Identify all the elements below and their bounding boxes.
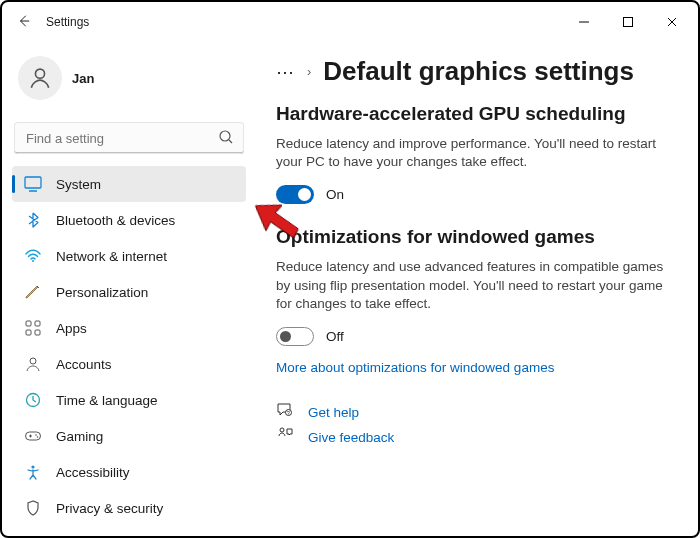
sidebar-item-privacy[interactable]: Privacy & security — [12, 490, 246, 526]
feedback-icon — [276, 426, 294, 445]
breadcrumb: ⋯ › Default graphics settings — [276, 56, 678, 87]
chevron-right-icon: › — [307, 64, 311, 79]
svg-point-17 — [280, 428, 284, 432]
sidebar-item-label: Accessibility — [56, 465, 130, 480]
help-icon: ? — [276, 401, 294, 420]
feedback-link: Give feedback — [308, 430, 394, 445]
minimize-button[interactable] — [562, 6, 606, 38]
personalization-icon — [24, 283, 42, 301]
sidebar-item-label: System — [56, 177, 101, 192]
sidebar-item-label: Personalization — [56, 285, 148, 300]
more-about-link[interactable]: More about optimizations for windowed ga… — [276, 360, 554, 375]
toggle-state-label: On — [326, 187, 344, 202]
svg-rect-3 — [25, 177, 41, 188]
svg-point-9 — [30, 358, 36, 364]
sidebar-item-personalization[interactable]: Personalization — [12, 274, 246, 310]
sidebar-item-accessibility[interactable]: Accessibility — [12, 454, 246, 490]
sidebar-item-label: Network & internet — [56, 249, 167, 264]
svg-text:?: ? — [287, 410, 290, 416]
close-button[interactable] — [650, 6, 694, 38]
maximize-button[interactable] — [606, 6, 650, 38]
section-description: Reduce latency and use advanced features… — [276, 258, 676, 313]
sidebar-item-gaming[interactable]: Gaming — [12, 418, 246, 454]
svg-point-12 — [35, 434, 37, 436]
sidebar-item-label: Gaming — [56, 429, 103, 444]
nav-list: System Bluetooth & devices Network & int… — [12, 166, 246, 536]
main-content: ⋯ › Default graphics settings Hardware-a… — [252, 42, 698, 536]
privacy-icon — [24, 499, 42, 517]
page-title: Default graphics settings — [323, 56, 634, 87]
svg-rect-8 — [35, 330, 40, 335]
back-button[interactable] — [6, 14, 42, 31]
window-title: Settings — [46, 15, 89, 29]
get-help-row[interactable]: ? Get help — [276, 401, 678, 420]
apps-icon — [24, 319, 42, 337]
bluetooth-icon — [24, 211, 42, 229]
sidebar-item-network[interactable]: Network & internet — [12, 238, 246, 274]
network-icon — [24, 247, 42, 265]
section-windowed-games: Optimizations for windowed games Reduce … — [276, 226, 678, 375]
get-help-link: Get help — [308, 405, 359, 420]
update-icon — [24, 535, 42, 536]
section-heading: Hardware-accelerated GPU scheduling — [276, 103, 678, 125]
sidebar: Jan System Bluetooth & devices Network &… — [2, 42, 252, 536]
toggle-state-label: Off — [326, 329, 344, 344]
svg-rect-7 — [26, 330, 31, 335]
sidebar-item-time[interactable]: Time & language — [12, 382, 246, 418]
sidebar-item-label: Accounts — [56, 357, 112, 372]
feedback-row[interactable]: Give feedback — [276, 426, 678, 445]
sidebar-item-bluetooth[interactable]: Bluetooth & devices — [12, 202, 246, 238]
user-name: Jan — [72, 71, 94, 86]
user-block[interactable]: Jan — [12, 42, 246, 118]
svg-point-4 — [32, 260, 34, 262]
search-icon — [218, 129, 234, 148]
svg-rect-6 — [35, 321, 40, 326]
section-gpu-scheduling: Hardware-accelerated GPU scheduling Redu… — [276, 103, 678, 204]
section-heading: Optimizations for windowed games — [276, 226, 678, 248]
svg-point-13 — [37, 436, 39, 438]
avatar — [18, 56, 62, 100]
svg-rect-0 — [624, 18, 633, 27]
sidebar-item-update[interactable]: Windows Update — [12, 526, 246, 536]
section-description: Reduce latency and improve performance. … — [276, 135, 676, 171]
accessibility-icon — [24, 463, 42, 481]
accounts-icon — [24, 355, 42, 373]
sidebar-item-label: Apps — [56, 321, 87, 336]
system-icon — [24, 175, 42, 193]
breadcrumb-more[interactable]: ⋯ — [276, 61, 295, 83]
titlebar: Settings — [2, 2, 698, 42]
sidebar-item-apps[interactable]: Apps — [12, 310, 246, 346]
svg-rect-11 — [26, 432, 41, 440]
search-input[interactable] — [14, 122, 244, 154]
sidebar-item-label: Time & language — [56, 393, 158, 408]
svg-point-1 — [35, 69, 44, 78]
time-icon — [24, 391, 42, 409]
sidebar-item-accounts[interactable]: Accounts — [12, 346, 246, 382]
sidebar-item-label: Privacy & security — [56, 501, 163, 516]
sidebar-item-label: Bluetooth & devices — [56, 213, 175, 228]
svg-point-2 — [220, 131, 230, 141]
windowed-games-toggle[interactable] — [276, 327, 314, 346]
svg-rect-5 — [26, 321, 31, 326]
svg-point-14 — [31, 465, 34, 468]
annotation-arrow — [254, 198, 302, 238]
gaming-icon — [24, 427, 42, 445]
sidebar-item-system[interactable]: System — [12, 166, 246, 202]
